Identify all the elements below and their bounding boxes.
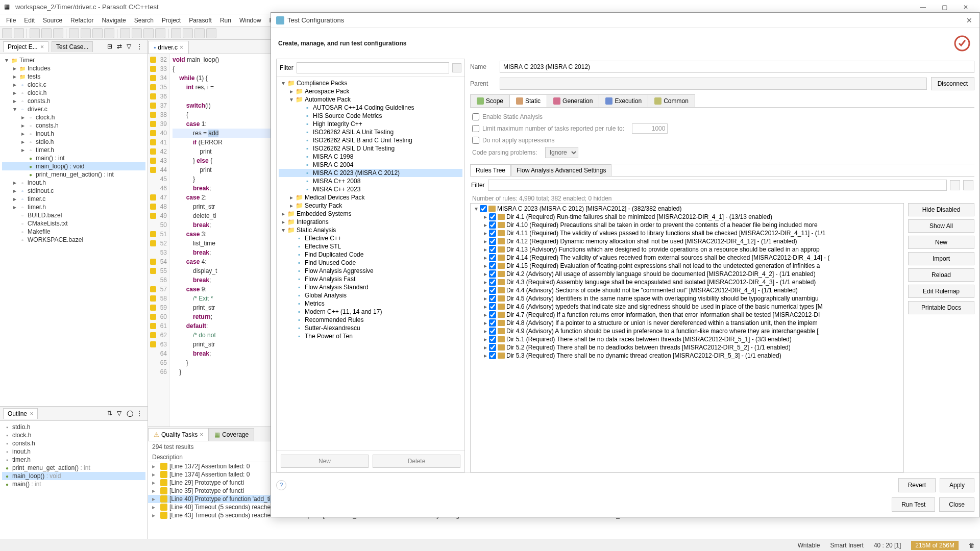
rule-item[interactable]: ▸Dir 4.6 (Advisory) typedefs that indica… [472, 303, 902, 311]
hide-icon[interactable]: ◯ [127, 410, 135, 418]
rule-item[interactable]: ▸Dir 4.12 (Required) Dynamic memory allo… [472, 237, 902, 245]
config-item[interactable]: ▪HIS Source Code Metrics [279, 112, 462, 120]
filter-clear-icon[interactable] [452, 63, 461, 72]
config-item[interactable]: ▪Flow Analysis Standard [279, 283, 462, 291]
config-item[interactable]: ▪High Integrity C++ [279, 120, 462, 128]
rule-checkbox[interactable] [489, 303, 496, 310]
outline-item[interactable]: ●print_menu_get_action() : int [2, 464, 145, 472]
outline-item[interactable]: ▪inout.h [2, 447, 145, 456]
rule-checkbox[interactable] [489, 287, 496, 294]
rule-item[interactable]: ▸Dir 4.4 (Advisory) Sections of code sho… [472, 286, 902, 294]
config-new-button[interactable]: New [281, 455, 369, 468]
rule-checkbox[interactable] [489, 352, 496, 359]
config-item[interactable]: ▪MISRA C++ 2008 [279, 177, 462, 185]
menu-search[interactable]: Search [130, 17, 158, 24]
editor-tab-driver[interactable]: ▪ driver.c × [148, 41, 189, 54]
config-item[interactable]: ▸📁Security Pack [279, 202, 462, 210]
config-item[interactable]: ▪Effective STL [279, 242, 462, 251]
close-icon[interactable]: × [180, 44, 183, 51]
config-item[interactable]: ▪Find Duplicated Code [279, 251, 462, 259]
config-item[interactable]: ▪Sutter-Alexandrescu [279, 324, 462, 332]
tree-item[interactable]: ●main() : int [2, 154, 145, 162]
menu-icon[interactable]: ⋮ [136, 43, 144, 51]
rule-checkbox[interactable] [489, 319, 496, 327]
rule-checkbox[interactable] [489, 270, 496, 278]
config-item[interactable]: ▪The Power of Ten [279, 332, 462, 340]
rule-checkbox[interactable] [489, 221, 496, 229]
tree-item[interactable]: ▫CMakeLists.txt [2, 219, 145, 228]
outline-item[interactable]: ▪clock.h [2, 431, 145, 439]
close-button[interactable]: ✕ [955, 1, 976, 13]
config-item[interactable]: ▪Flow Analysis Fast [279, 275, 462, 283]
toolbar-button[interactable] [132, 28, 142, 38]
collapse-icon[interactable]: ⊟ [107, 43, 115, 51]
tree-item[interactable]: ▸▫inout.h [2, 179, 145, 187]
menu-refactor[interactable]: Refactor [66, 17, 97, 24]
rule-item[interactable]: ▸Dir 4.7 (Required) If a function return… [472, 311, 902, 319]
project-explorer-tab[interactable]: Project E... × [3, 41, 48, 52]
outline-item[interactable]: ▪timer.h [2, 456, 145, 464]
parse-problems-select[interactable]: Ignore [545, 147, 578, 158]
menu-source[interactable]: Source [39, 17, 66, 24]
rule-checkbox[interactable] [489, 238, 496, 245]
enable-static-checkbox[interactable] [472, 113, 479, 120]
rule-item[interactable]: ▸Dir 4.2 (Advisory) All usage of assembl… [472, 270, 902, 278]
tree-item[interactable]: ▸▫timer.h [2, 146, 145, 154]
config-item[interactable]: ▪Modern C++ (11, 14 and 17) [279, 308, 462, 316]
config-item[interactable]: ▪Flow Analysis Aggressive [279, 267, 462, 275]
tree-item[interactable]: ▫BUILD.bazel [2, 211, 145, 219]
tree-item[interactable]: ▾📁Timer [2, 56, 145, 64]
outline-item[interactable]: ●main_loop() : void [2, 472, 145, 480]
rule-item[interactable]: ▸Dir 5.2 (Required) There shall be no de… [472, 343, 902, 352]
rule-item[interactable]: ▸Dir 5.1 (Required) There shall be no da… [472, 335, 902, 343]
toolbar-button[interactable] [155, 28, 165, 38]
disconnect-button[interactable]: Disconnect [931, 77, 974, 90]
tab-generation[interactable]: Generation [547, 94, 599, 107]
config-item[interactable]: ▸📁Embedded Systems [279, 210, 462, 218]
tree-item[interactable]: ▸📁Includes [2, 64, 145, 72]
close-icon[interactable]: ✕ [964, 16, 974, 24]
config-item[interactable]: ▸📁Integrations [279, 218, 462, 226]
tab-static[interactable]: Static [509, 94, 547, 107]
tree-item[interactable]: ▸▫stdio.h [2, 138, 145, 146]
rule-checkbox[interactable] [489, 311, 496, 318]
toolbar-button[interactable] [92, 28, 103, 38]
menu-run[interactable]: Run [216, 17, 235, 24]
config-filter-input[interactable] [297, 62, 449, 73]
tree-item[interactable]: ▸📁tests [2, 72, 145, 81]
rule-item[interactable]: ▸Dir 4.10 (Required) Precautions shall b… [472, 221, 902, 229]
tree-item[interactable]: ▾▫driver.c [2, 105, 145, 113]
test-case-tab[interactable]: Test Case... [52, 41, 93, 52]
toolbar-button[interactable] [69, 28, 79, 38]
outline-tab[interactable]: Outline × [3, 408, 38, 419]
tree-item[interactable]: ▸▫consts.h [2, 97, 145, 105]
rule-item[interactable]: ▸Dir 4.3 (Required) Assembly language sh… [472, 278, 902, 286]
config-delete-button[interactable]: Delete [373, 455, 460, 468]
menu-window[interactable]: Window [235, 17, 265, 24]
menu-icon[interactable]: ⋮ [136, 410, 144, 418]
rule-item[interactable]: ▸Dir 5.3 (Required) There shall be no dy… [472, 352, 902, 360]
toolbar-button[interactable] [183, 28, 193, 38]
rule-checkbox[interactable] [489, 230, 496, 237]
config-item[interactable]: ▪Metrics [279, 299, 462, 308]
minimize-button[interactable]: — [913, 1, 933, 13]
config-tree[interactable]: ▾📁Compliance Packs▸📁Aerospace Pack▾📁Auto… [277, 77, 464, 450]
tree-item[interactable]: ▸▫stdinout.c [2, 187, 145, 195]
help-icon[interactable]: ? [276, 480, 286, 490]
reload-button[interactable]: Reload [908, 268, 974, 282]
config-item[interactable]: ▪Global Analysis [279, 291, 462, 299]
subtab-rules-tree[interactable]: Rules Tree [470, 164, 511, 176]
limit-tasks-checkbox[interactable] [472, 125, 479, 132]
tree-item[interactable]: ●main_loop() : void [2, 162, 145, 170]
config-item[interactable]: ▪Effective C++ [279, 234, 462, 242]
tree-item[interactable]: ▸▫clock.c [2, 81, 145, 89]
rule-checkbox[interactable] [489, 295, 496, 302]
rule-item[interactable]: ▸Dir 4.9 (Advisory) A function should be… [472, 327, 902, 335]
config-item[interactable]: ▾📁Static Analysis [279, 226, 462, 234]
toolbar-button[interactable] [81, 28, 91, 38]
rule-item[interactable]: ▸Dir 4.8 (Advisory) If a pointer to a st… [472, 319, 902, 327]
hide-disabled-button[interactable]: Hide Disabled [908, 203, 974, 216]
menu-edit[interactable]: Edit [20, 17, 39, 24]
show-all-button[interactable]: Show All [908, 219, 974, 233]
edit-rulemap-button[interactable]: Edit Rulemap [908, 285, 974, 298]
